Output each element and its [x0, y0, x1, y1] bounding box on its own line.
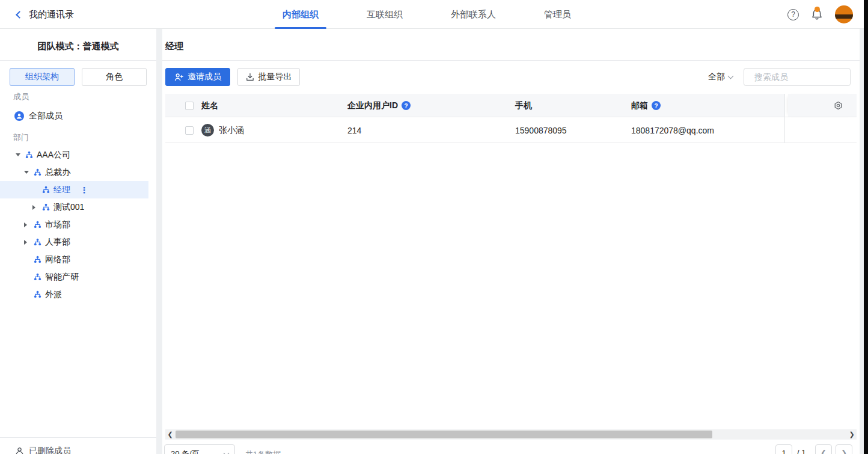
- scroll-right-arrow[interactable]: ❯: [847, 429, 857, 440]
- main-panel: 经理 邀请成员 批量导出 全部: [162, 29, 860, 454]
- prev-page-button[interactable]: ❮: [815, 444, 832, 454]
- select-all-checkbox[interactable]: [185, 102, 194, 110]
- horizontal-scrollbar[interactable]: ❮ ❯: [165, 429, 857, 440]
- export-download-icon: [246, 73, 254, 81]
- scrollbar-thumb[interactable]: [176, 431, 712, 438]
- tree-item[interactable]: 测试001: [0, 198, 148, 216]
- bell-icon[interactable]: [810, 8, 824, 21]
- back-label: 我的通讯录: [29, 9, 74, 20]
- row-checkbox[interactable]: [185, 126, 194, 135]
- more-actions-icon[interactable]: ⋮: [80, 185, 89, 195]
- department-section-label: 部门: [13, 132, 29, 143]
- page-total-label: / 1: [797, 448, 805, 454]
- tree-item-label: AAA公司: [37, 150, 70, 161]
- tree-item[interactable]: 总裁办: [0, 164, 148, 181]
- column-header-label: 姓名: [201, 100, 218, 111]
- back-chevron-icon: [16, 11, 23, 19]
- tab-2[interactable]: 互联组织: [359, 0, 411, 29]
- batch-export-label: 批量导出: [258, 72, 292, 82]
- next-page-button[interactable]: ❯: [836, 444, 852, 454]
- top-tabs: 内部组织互联组织外部联系人管理员: [275, 0, 579, 29]
- deleted-members-item[interactable]: 已删除成员: [15, 446, 71, 454]
- tree-arrow-right-icon[interactable]: [32, 205, 42, 210]
- all-members-item[interactable]: 全部成员: [0, 108, 148, 124]
- tab-1[interactable]: 内部组织: [275, 0, 326, 29]
- sidebar-bottom-divider: [0, 437, 156, 438]
- deleted-members-label: 已删除成员: [29, 446, 71, 454]
- tree-arrow-right-icon[interactable]: [24, 222, 34, 227]
- screen: 我的通讯录 内部组织互联组织外部联系人管理员 ? 团队模式：普通模式 组织架构 …: [0, 0, 868, 454]
- scroll-left-arrow[interactable]: ❮: [165, 429, 175, 440]
- all-members-label: 全部成员: [29, 111, 63, 121]
- table-actions-header: [788, 94, 857, 117]
- total-count-label: 共1条数据: [245, 449, 281, 454]
- department-icon: [34, 238, 41, 246]
- fixed-column-divider: [784, 94, 785, 143]
- tab-4[interactable]: 管理员: [536, 0, 579, 29]
- department-icon: [34, 256, 41, 263]
- scope-filter-label: 全部: [708, 72, 725, 82]
- column-header-label: 邮箱: [631, 100, 648, 111]
- table-header-row: 姓名企业内用户ID?手机邮箱?: [165, 94, 784, 117]
- department-icon: [34, 168, 41, 176]
- page-size-label: 20 条/页: [171, 449, 200, 454]
- deleted-members-icon: [15, 447, 24, 454]
- org-structure-button[interactable]: 组织架构: [10, 68, 75, 86]
- tree-item[interactable]: 市场部: [0, 216, 148, 233]
- member-email: 1808172078@qq.com: [631, 126, 714, 135]
- invite-members-button[interactable]: 邀请成员: [165, 68, 230, 86]
- department-icon: [25, 151, 33, 159]
- invite-members-label: 邀请成员: [188, 72, 221, 82]
- member-avatar: 涵: [201, 124, 214, 137]
- help-icon[interactable]: ?: [787, 9, 799, 20]
- sidebar-divider: [0, 60, 156, 61]
- column-header-label: 手机: [515, 100, 532, 111]
- row-bottom-border: [165, 143, 857, 143]
- tree-item[interactable]: 外派: [0, 286, 148, 303]
- page-size-select[interactable]: 20 条/页: [164, 444, 235, 454]
- tree-item-label: 总裁办: [45, 167, 70, 178]
- role-button[interactable]: 角色: [82, 68, 147, 86]
- topbar-actions: ?: [787, 0, 853, 29]
- chevron-down-icon: [728, 73, 734, 79]
- screen-edge-strip: [864, 0, 868, 454]
- tree-arrow-down-icon[interactable]: [24, 171, 34, 174]
- tree-item[interactable]: 经理⋮: [0, 181, 148, 198]
- column-settings-gear-icon[interactable]: [834, 101, 843, 110]
- tree-item-label: 网络部: [45, 254, 70, 265]
- main-divider: [162, 60, 860, 61]
- tree-item[interactable]: 智能产研: [0, 268, 148, 286]
- tree-item-label: 人事部: [45, 237, 70, 248]
- member-user-id: 214: [347, 126, 361, 135]
- column-help-icon[interactable]: ?: [652, 101, 661, 110]
- tree-item-label: 智能产研: [45, 272, 79, 283]
- department-tree: AAA公司总裁办经理⋮测试001市场部人事部网络部智能产研外派: [0, 146, 156, 303]
- topbar: 我的通讯录 内部组织互联组织外部联系人管理员 ?: [0, 0, 864, 29]
- tree-item[interactable]: 网络部: [0, 251, 148, 268]
- member-name: 张小涵: [219, 125, 244, 136]
- back-button[interactable]: 我的通讯录: [17, 0, 74, 29]
- member-section-label: 成员: [13, 91, 29, 102]
- tree-arrow-down-icon[interactable]: [16, 153, 25, 156]
- column-help-icon[interactable]: ?: [402, 101, 411, 110]
- tree-item[interactable]: 人事部: [0, 233, 148, 251]
- page-number-input[interactable]: 1: [775, 444, 792, 454]
- sidebar: 团队模式：普通模式 组织架构 角色 成员 全部成员 部门 AAA公司总裁办经理⋮…: [0, 29, 156, 454]
- tab-3[interactable]: 外部联系人: [443, 0, 504, 29]
- team-mode-label: 团队模式：普通模式: [0, 41, 156, 52]
- tree-item[interactable]: AAA公司: [0, 146, 148, 164]
- search-box[interactable]: [744, 68, 851, 86]
- page-body: 团队模式：普通模式 组织架构 角色 成员 全部成员 部门 AAA公司总裁办经理⋮…: [0, 29, 864, 454]
- member-phone: 15900878095: [515, 126, 567, 135]
- department-icon: [42, 203, 50, 211]
- page-title: 经理: [165, 41, 183, 52]
- all-members-icon: [14, 111, 24, 121]
- tree-arrow-right-icon[interactable]: [24, 240, 34, 245]
- chevron-down-icon: [224, 450, 230, 454]
- column-header-label: 企业内用户ID: [347, 100, 398, 111]
- user-avatar[interactable]: [835, 5, 853, 23]
- scope-filter-dropdown[interactable]: 全部: [708, 68, 733, 86]
- search-input[interactable]: [754, 72, 863, 82]
- batch-export-button[interactable]: 批量导出: [237, 68, 300, 86]
- table-row[interactable]: 涵张小涵214159008780951808172078@qq.com: [165, 117, 784, 143]
